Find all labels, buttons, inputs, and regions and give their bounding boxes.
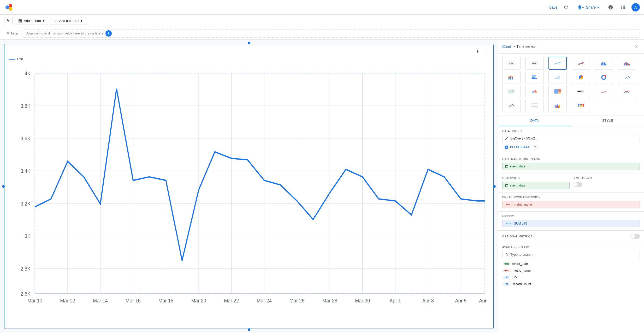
add-chart-button[interactable]: Add a chart ▾ [15,17,48,25]
optional-metrics-label: Optional metrics [502,235,533,238]
svg-rect-77 [531,75,536,77]
svg-text:Mar 18: Mar 18 [158,297,173,303]
search-input[interactable] [510,253,637,256]
metric-section: Metric SUM SUM p75 [498,212,644,231]
chart-type-scorecard-sessions[interactable]: Sessions69.3K [525,57,544,70]
svg-rect-118 [556,106,557,108]
svg-rect-97 [558,89,561,92]
avatar[interactable]: A [631,3,640,11]
chart-type-scatter[interactable] [618,71,636,84]
save-button[interactable]: Save [549,5,558,9]
selection-handle-top[interactable] [248,42,250,44]
chart-type-pie[interactable] [572,71,590,84]
breadcrumb-chart[interactable]: Chart [502,44,511,49]
cursor-tool-button[interactable] [4,17,13,25]
help-button[interactable] [606,3,615,11]
chart-type-line[interactable] [572,57,590,70]
breakdown-field-chip[interactable]: RBC metric_name [502,201,640,208]
svg-rect-113 [531,103,538,104]
date-range-field-chip[interactable]: event_date [502,163,640,170]
selection-handle-bottom[interactable] [248,328,250,331]
chart-type-bar-grouped[interactable] [618,57,636,70]
filter-add-button[interactable]: + [105,30,112,37]
data-source-row[interactable]: BigQuery - 5/17/2... [502,135,640,142]
field-item-event-date[interactable]: date event_date [502,260,640,267]
field-item-record-count[interactable]: 123 Record Count [502,281,640,288]
svg-rect-66 [626,62,627,66]
filter-drop-area[interactable]: Drop metric or dimension fields here to … [23,29,640,38]
svg-rect-126 [578,105,579,107]
optional-metrics-toggle[interactable] [630,234,640,239]
tab-data[interactable]: DATA [498,115,571,126]
field-badge-metric-name: RBC [503,269,511,272]
chart-type-pivot[interactable] [525,99,544,112]
svg-point-84 [626,77,627,78]
search-box [502,251,640,258]
selection-handle-right[interactable] [493,185,496,188]
legend-label: LCP [17,57,23,61]
chart-bolt-button[interactable] [475,48,481,55]
chart-type-bar-stacked[interactable] [502,71,521,84]
svg-rect-69 [629,64,630,66]
add-control-button[interactable]: Add a control ▾ [50,17,86,25]
chart-type-line-combo[interactable] [618,85,636,98]
breadcrumb-current: Time series [516,44,535,49]
selection-handle-left[interactable] [2,185,5,188]
svg-point-108 [510,105,511,106]
svg-text:Mar 14: Mar 14 [93,297,108,303]
chart-type-donut[interactable] [595,71,613,84]
chart-type-time-series[interactable] [548,57,567,70]
share-dropdown-icon: ▾ [597,5,599,9]
svg-rect-71 [509,77,510,78]
optional-metrics-section: Optional metrics [498,231,644,242]
field-name-event-date: event_date [512,262,528,266]
nav-right: Save 👤+ Share ▾ A [549,3,640,11]
svg-text:69.3K: 69.3K [532,63,536,65]
chart-type-area-multi[interactable] [595,85,613,98]
refresh-button[interactable] [562,3,570,11]
blend-help-button[interactable]: ? [533,145,538,150]
svg-rect-65 [625,62,625,65]
date-range-field-name: event_date [510,165,525,168]
chart-legend: LCP [9,57,489,61]
svg-text:3.4K: 3.4K [21,168,31,174]
svg-text:Apr 1: Apr 1 [389,297,401,303]
blend-data-button[interactable]: BLEND DATA [502,144,531,151]
panel-close-button[interactable] [633,43,640,50]
tab-style[interactable]: STYLE [571,115,644,126]
metric-field-chip[interactable]: SUM SUM p75 [502,220,640,227]
drill-down-toggle[interactable] [573,182,582,187]
chart-type-geo-map[interactable] [502,85,521,98]
chart-type-area[interactable] [548,71,567,84]
chart-type-grid: Total1,168 Sessions69.3K [498,54,644,115]
chart-type-bar-horizontal[interactable] [525,71,544,84]
chart-type-treemap[interactable] [548,85,567,98]
svg-text:Mar 28: Mar 28 [322,297,337,303]
chart-type-pivot-bar[interactable] [548,99,567,112]
search-icon [505,253,509,256]
svg-rect-106 [628,92,629,93]
chart-type-bubble[interactable] [525,85,544,98]
chart-type-scatter-2[interactable] [502,99,521,112]
svg-point-87 [629,77,630,78]
chart-type-waffle[interactable] [572,99,590,112]
field-item-p75[interactable]: 123 p75 [502,274,640,281]
svg-point-0 [5,5,9,9]
svg-text:Mar 26: Mar 26 [289,297,304,303]
chart-type-bullet[interactable] [572,85,590,98]
svg-rect-120 [558,106,559,108]
apps-button[interactable] [619,3,627,11]
svg-text:Apr 3: Apr 3 [422,297,434,303]
dimension-label: Dimension [502,177,570,180]
breakdown-field-name: metric_name [514,203,532,206]
svg-point-111 [513,105,514,106]
calendar-icon [505,165,508,168]
filter-drop-text: Drop metric or dimension fields here to … [26,31,103,35]
panel-breadcrumb: Chart > Time series [502,44,535,49]
chart-menu-button[interactable] [483,48,489,55]
field-item-metric-name[interactable]: RBC metric_name [502,267,640,274]
share-button[interactable]: 👤+ Share ▾ [574,4,602,11]
dimension-field-chip[interactable]: event_date [502,182,570,189]
chart-type-scorecard-total[interactable]: Total1,168 [502,57,521,70]
chart-type-bar[interactable] [595,57,613,70]
